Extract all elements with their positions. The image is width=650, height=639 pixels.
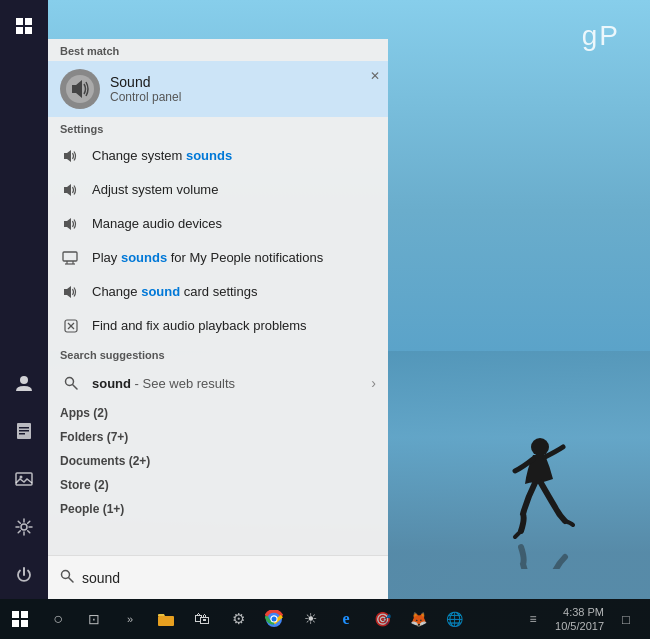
collapsible-apps[interactable]: Apps (2) — [48, 401, 388, 425]
svg-marker-13 — [64, 150, 71, 162]
svg-marker-14 — [64, 184, 71, 196]
taskbar-extra-button[interactable]: 🌐 — [436, 599, 472, 639]
svg-point-2 — [20, 376, 28, 384]
svg-marker-20 — [64, 286, 71, 298]
taskbar-cortana-button[interactable]: ○ — [40, 599, 76, 639]
taskbar-overflow-button[interactable]: » — [112, 599, 148, 639]
search-box — [48, 555, 388, 599]
taskbar-taskview-button[interactable]: ⊡ — [76, 599, 112, 639]
taskbar-chrome-button[interactable] — [256, 599, 292, 639]
best-match-item[interactable]: Sound Control panel ✕ — [48, 61, 388, 117]
taskbar-action-center[interactable]: □ — [608, 599, 644, 639]
sidebar-item-power[interactable] — [0, 551, 48, 599]
menu-item-text-6: Find and fix audio playback problems — [92, 318, 307, 334]
taskbar-system-tray: ≡ 4:38 PM 10/5/2017 □ — [515, 599, 650, 639]
menu-item-adjust-volume[interactable]: Adjust system volume — [48, 173, 388, 207]
suggestion-text: sound - See web results — [92, 376, 371, 391]
svg-rect-7 — [16, 473, 32, 485]
collapsible-folders[interactable]: Folders (7+) — [48, 425, 388, 449]
wrench-icon — [60, 315, 82, 337]
menu-item-text-1: Change system sounds — [92, 148, 232, 164]
taskbar-fileexplorer-button[interactable] — [148, 599, 184, 639]
best-match-title: Sound — [110, 74, 181, 90]
start-menu: Best match Sound Control panel ✕ — [48, 39, 388, 599]
svg-marker-15 — [64, 218, 71, 230]
sidebar-item-documents[interactable] — [0, 407, 48, 455]
search-box-icon — [60, 569, 74, 586]
sidebar-item-pictures[interactable] — [0, 455, 48, 503]
taskbar-clock[interactable]: 4:38 PM 10/5/2017 — [555, 605, 604, 634]
menu-item-manage-audio[interactable]: Manage audio devices — [48, 207, 388, 241]
sound-icon-2 — [60, 179, 82, 201]
menu-item-my-people[interactable]: Play sounds for My People notifications — [48, 241, 388, 275]
taskbar-media-button[interactable]: 🎯 — [364, 599, 400, 639]
suggestion-item-sound[interactable]: sound - See web results › — [48, 365, 388, 401]
best-match-label: Best match — [48, 39, 388, 61]
svg-rect-5 — [19, 430, 29, 432]
taskbar-store-button[interactable]: 🛍 — [184, 599, 220, 639]
menu-item-change-system-sounds[interactable]: Change system sounds — [48, 139, 388, 173]
menu-item-text-3: Manage audio devices — [92, 216, 222, 232]
sidebar-item-user[interactable] — [0, 359, 48, 407]
taskbar-start-button[interactable] — [0, 599, 40, 639]
suggestion-arrow: › — [371, 375, 376, 391]
menu-item-fix-audio[interactable]: Find and fix audio playback problems — [48, 309, 388, 343]
taskbar-brightness-button[interactable]: ☀ — [292, 599, 328, 639]
gp-watermark: gP — [582, 20, 620, 52]
collapsible-store[interactable]: Store (2) — [48, 473, 388, 497]
best-match-close-button[interactable]: ✕ — [370, 69, 380, 83]
search-input[interactable] — [82, 570, 376, 586]
sound-icon-3 — [60, 213, 82, 235]
sidebar-item-settings[interactable] — [0, 503, 48, 551]
collapsible-documents[interactable]: Documents (2+) — [48, 449, 388, 473]
svg-point-0 — [531, 438, 549, 456]
menu-item-text-2: Adjust system volume — [92, 182, 218, 198]
sidebar-item-start[interactable] — [0, 2, 48, 50]
taskbar: ○ ⊡ » 🛍 ⚙ ☀ — [0, 599, 650, 639]
menu-item-sound-card[interactable]: Change sound card settings — [48, 275, 388, 309]
menu-item-text-4: Play sounds for My People notifications — [92, 250, 323, 266]
taskbar-settings-button[interactable]: ⚙ — [220, 599, 256, 639]
best-match-text-block: Sound Control panel — [110, 74, 181, 104]
svg-rect-16 — [63, 252, 77, 261]
sound-app-icon — [60, 69, 100, 109]
settings-section-label: Settings — [48, 117, 388, 139]
search-icon — [60, 372, 82, 394]
best-match-subtitle: Control panel — [110, 90, 181, 104]
sound-icon-1 — [60, 145, 82, 167]
taskbar-edge-button[interactable]: e — [328, 599, 364, 639]
collapsible-people[interactable]: People (1+) — [48, 497, 388, 521]
taskbar-notification-icon[interactable]: ≡ — [515, 599, 551, 639]
svg-line-27 — [69, 578, 74, 583]
svg-line-25 — [73, 385, 78, 390]
svg-point-32 — [272, 617, 277, 622]
search-suggestions-label: Search suggestions — [48, 343, 388, 365]
monitor-icon — [60, 247, 82, 269]
windows-sidebar — [0, 0, 48, 599]
svg-rect-4 — [19, 427, 29, 429]
svg-rect-6 — [19, 433, 25, 435]
runner-silhouette — [505, 429, 575, 569]
taskbar-firefox-button[interactable]: 🦊 — [400, 599, 436, 639]
svg-rect-28 — [158, 616, 174, 626]
svg-point-9 — [21, 524, 27, 530]
search-results-area[interactable]: Best match Sound Control panel ✕ — [48, 39, 388, 555]
menu-item-text-5: Change sound card settings — [92, 284, 257, 300]
sound-icon-5 — [60, 281, 82, 303]
